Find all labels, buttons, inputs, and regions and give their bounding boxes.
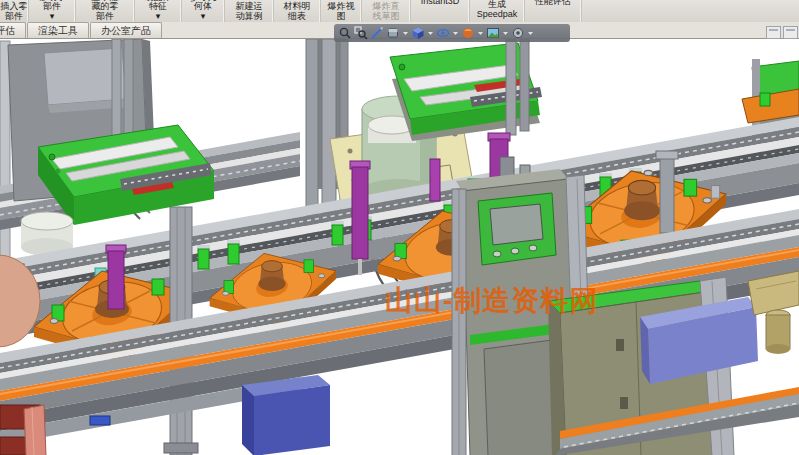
display-style-caret-icon[interactable] bbox=[427, 26, 434, 40]
tab-office-products[interactable]: 办公室产品 bbox=[90, 22, 162, 38]
hmi-screen[interactable] bbox=[490, 204, 543, 245]
display-style-icon[interactable] bbox=[411, 26, 425, 40]
reference-geometry-button[interactable]: 参考几 何体 ▾ bbox=[182, 0, 225, 22]
section-view-icon[interactable] bbox=[370, 26, 384, 40]
move-component-button[interactable]: 移动零 部件 ▾ bbox=[29, 0, 76, 22]
view-settings-caret-icon[interactable] bbox=[527, 26, 534, 40]
salmon-column[interactable] bbox=[24, 405, 46, 455]
performance-evaluation-button[interactable]: 性能评估 bbox=[525, 0, 582, 22]
hide-show-items-caret-icon[interactable] bbox=[452, 26, 459, 40]
hmi-button-2[interactable] bbox=[511, 248, 519, 254]
show-hidden-components-button[interactable]: 显示隐 藏的零 部件 bbox=[76, 0, 135, 22]
hide-show-items-icon[interactable] bbox=[436, 26, 450, 40]
new-motion-study-button[interactable]: 新建运 动算例 bbox=[225, 0, 274, 22]
upper-right-station[interactable] bbox=[368, 39, 542, 143]
apply-scene-icon[interactable] bbox=[486, 26, 500, 40]
view-settings-icon[interactable] bbox=[511, 26, 525, 40]
hmi-button-3[interactable] bbox=[529, 245, 537, 251]
heads-up-view-toolbar bbox=[334, 24, 570, 42]
purple-actuator-p1[interactable] bbox=[106, 245, 126, 309]
instant3d-button[interactable]: Instant3D bbox=[411, 0, 470, 22]
insert-components-button[interactable]: 插入零 部件 bbox=[0, 0, 29, 22]
exploded-view-button[interactable]: 爆炸视 图 bbox=[321, 0, 362, 22]
tab-evaluate[interactable]: 评估 bbox=[0, 22, 26, 38]
cad-3d-scene[interactable] bbox=[0, 39, 799, 455]
watermark-text: 山山-制造资料网 bbox=[385, 282, 598, 320]
view-orientation-icon[interactable] bbox=[386, 26, 400, 40]
edit-appearance-caret-icon[interactable] bbox=[477, 26, 484, 40]
edit-appearance-icon[interactable] bbox=[461, 26, 475, 40]
explode-line-sketch-button[interactable]: 爆炸直 线草图 bbox=[362, 0, 411, 22]
apply-scene-caret-icon[interactable] bbox=[502, 26, 509, 40]
tab-render-tools[interactable]: 渲染工具 bbox=[27, 22, 89, 38]
graphics-area[interactable]: 山山-制造资料网 bbox=[0, 39, 799, 455]
zoom-to-area-icon[interactable] bbox=[354, 26, 368, 40]
hmi-button-1[interactable] bbox=[493, 251, 501, 257]
command-manager-ribbon: 插入零 部件 移动零 部件 ▾ 显示隐 藏的零 部件 装配体 特征 ▾ 参考几 … bbox=[0, 0, 799, 23]
assembly-features-button[interactable]: 装配体 特征 ▾ bbox=[135, 0, 182, 22]
window-restore-icon-2[interactable] bbox=[783, 26, 798, 39]
view-orientation-caret-icon[interactable] bbox=[402, 26, 409, 40]
zoom-to-fit-icon[interactable] bbox=[338, 26, 352, 40]
blue-box[interactable] bbox=[242, 375, 330, 455]
speedpak-button[interactable]: 生成 Speedpak bbox=[470, 0, 525, 22]
bill-of-materials-button[interactable]: 材料明 细表 bbox=[274, 0, 321, 22]
window-restore-icon-1[interactable] bbox=[766, 26, 781, 39]
